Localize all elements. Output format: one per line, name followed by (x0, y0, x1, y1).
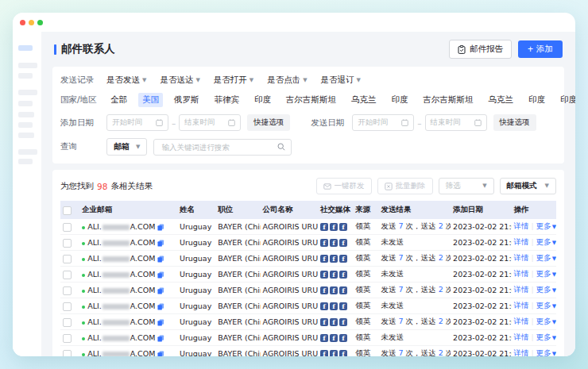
country-chip-selected[interactable]: 美国 (138, 93, 163, 107)
more-link[interactable]: 更多▼ (536, 237, 556, 246)
sidebar-skeleton-item[interactable] (18, 112, 34, 117)
country-chip[interactable]: 乌克兰 (485, 93, 518, 107)
sidebar-skeleton-item[interactable] (18, 63, 37, 68)
row-checkbox[interactable] (63, 302, 72, 311)
sidebar-skeleton-item[interactable] (18, 101, 33, 106)
row-checkbox[interactable] (63, 334, 72, 343)
add-date-end-input[interactable]: 结束时间 (179, 114, 241, 131)
query-field-select[interactable]: 邮箱 ▼ (106, 138, 147, 156)
detail-link[interactable]: 详情 (514, 253, 529, 262)
facebook-icon[interactable]: f (339, 223, 347, 231)
search-input[interactable] (160, 142, 268, 152)
row-checkbox[interactable] (63, 239, 72, 248)
facebook-icon[interactable]: f (330, 334, 338, 342)
sidebar-skeleton-item-active[interactable] (18, 45, 33, 51)
add-date-quick-button[interactable]: 快捷选项 (247, 114, 290, 131)
add-button[interactable]: + 添加 (518, 40, 563, 58)
send-record-filter-item[interactable]: 是否打开▼ (214, 75, 253, 86)
send-record-filter-item[interactable]: 是否发送▼ (106, 75, 146, 86)
facebook-icon[interactable]: f (339, 239, 347, 247)
facebook-icon[interactable]: f (339, 286, 347, 294)
bulk-delete-button[interactable]: 批量删除 (377, 178, 433, 194)
sidebar-skeleton-item[interactable] (18, 73, 33, 79)
facebook-icon[interactable]: f (320, 223, 328, 231)
facebook-icon[interactable]: f (339, 318, 347, 326)
more-link[interactable]: 更多▼ (536, 348, 556, 356)
row-checkbox[interactable] (63, 271, 72, 279)
window-minimize-button[interactable] (29, 20, 34, 25)
row-checkbox[interactable] (63, 318, 72, 327)
facebook-icon[interactable]: f (330, 318, 338, 326)
country-chip[interactable]: 吉尔吉斯斯坦 (420, 93, 478, 107)
more-link[interactable]: 更多▼ (536, 221, 556, 230)
mail-report-button[interactable]: 邮件报告 (449, 40, 512, 59)
window-maximize-button[interactable] (37, 20, 43, 25)
facebook-icon[interactable]: f (330, 239, 338, 247)
sidebar-skeleton-item[interactable] (18, 159, 33, 164)
facebook-icon[interactable]: f (320, 350, 328, 356)
send-date-quick-button[interactable]: 快捷选项 (493, 114, 536, 131)
detail-link[interactable]: 详情 (514, 285, 529, 294)
facebook-icon[interactable]: f (330, 286, 338, 294)
country-chip[interactable]: 全部 (106, 93, 131, 107)
country-chip[interactable]: 乌克兰 (347, 93, 381, 107)
send-date-end-input[interactable]: 结束时间 (425, 114, 487, 131)
row-checkbox[interactable] (63, 223, 72, 232)
country-chip[interactable]: 印度 (250, 93, 275, 107)
country-chip[interactable]: 吉尔吉斯斯坦 (282, 93, 340, 107)
facebook-icon[interactable]: f (339, 350, 347, 356)
detail-link[interactable]: 详情 (514, 221, 529, 230)
search-icon[interactable] (277, 143, 285, 151)
sidebar-skeleton-item[interactable] (18, 122, 33, 128)
country-chip[interactable]: 印度 (524, 93, 549, 107)
send-record-filter-item[interactable]: 是否退订▼ (321, 75, 361, 86)
row-checkbox[interactable] (63, 255, 72, 263)
facebook-icon[interactable]: f (320, 255, 328, 263)
copy-icon[interactable] (157, 224, 164, 231)
more-link[interactable]: 更多▼ (536, 269, 556, 278)
filter-select[interactable]: 筛选 ▼ (439, 178, 494, 194)
add-date-start-input[interactable]: 开始时间 (106, 114, 168, 131)
detail-link[interactable]: 详情 (514, 269, 529, 278)
country-chip[interactable]: 印度 (388, 93, 412, 107)
row-checkbox[interactable] (63, 286, 72, 295)
copy-icon[interactable] (157, 256, 164, 263)
facebook-icon[interactable]: f (330, 302, 338, 310)
send-record-filter-item[interactable]: 是否送达▼ (160, 75, 199, 86)
more-link[interactable]: 更多▼ (536, 332, 556, 341)
detail-link[interactable]: 详情 (514, 348, 529, 356)
bulk-send-button[interactable]: 一键群发 (316, 178, 372, 194)
more-link[interactable]: 更多▼ (536, 285, 556, 294)
facebook-icon[interactable]: f (339, 255, 347, 263)
copy-icon[interactable] (157, 335, 164, 342)
facebook-icon[interactable]: f (320, 334, 328, 342)
facebook-icon[interactable]: f (339, 271, 347, 279)
copy-icon[interactable] (157, 351, 164, 356)
detail-link[interactable]: 详情 (514, 237, 529, 246)
sidebar-skeleton-item[interactable] (18, 149, 37, 155)
copy-icon[interactable] (157, 271, 164, 279)
detail-link[interactable]: 详情 (514, 301, 529, 309)
mode-select[interactable]: 邮箱模式 ▼ (500, 178, 556, 194)
country-chip[interactable]: 菲律宾 (211, 93, 244, 107)
copy-icon[interactable] (157, 287, 164, 294)
facebook-icon[interactable]: f (330, 223, 338, 231)
send-date-start-input[interactable]: 开始时间 (352, 114, 414, 131)
send-record-filter-item[interactable]: 是否点击▼ (267, 75, 307, 86)
facebook-icon[interactable]: f (320, 239, 328, 247)
facebook-icon[interactable]: f (339, 302, 347, 310)
copy-icon[interactable] (157, 240, 164, 247)
facebook-icon[interactable]: f (320, 318, 328, 326)
row-checkbox[interactable] (63, 350, 72, 357)
sidebar-skeleton-item[interactable] (18, 133, 34, 138)
more-link[interactable]: 更多▼ (536, 317, 556, 325)
more-link[interactable]: 更多▼ (536, 253, 556, 262)
facebook-icon[interactable]: f (330, 350, 338, 356)
facebook-icon[interactable]: f (320, 271, 328, 279)
copy-icon[interactable] (157, 319, 164, 326)
facebook-icon[interactable]: f (320, 286, 328, 294)
copy-icon[interactable] (157, 303, 164, 310)
detail-link[interactable]: 详情 (514, 332, 529, 341)
facebook-icon[interactable]: f (339, 334, 347, 342)
detail-link[interactable]: 详情 (514, 317, 529, 325)
